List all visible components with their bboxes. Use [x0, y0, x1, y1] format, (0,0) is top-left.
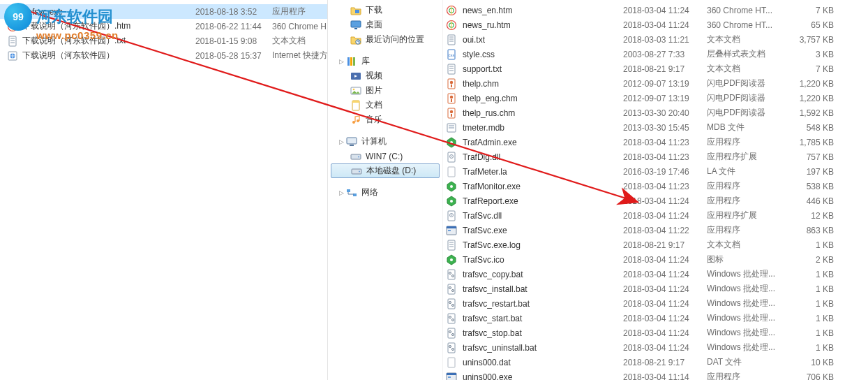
file-row[interactable]: unins000.exe2018-03-04 11:14应用程序706 KB	[443, 370, 868, 380]
file-date: 2018-03-04 11:24	[623, 314, 707, 323]
file-name: trafsvc_restart.bat	[463, 299, 623, 309]
file-row[interactable]: tmeter.mdb2013-03-30 15:45MDB 文件548 KB	[443, 120, 868, 135]
file-type: Windows 批处理...	[707, 283, 791, 295]
file-name: news_ru.htm	[463, 20, 623, 30]
nav-label: 视频	[366, 70, 382, 82]
file-type: 闪电PDF阅读器	[707, 92, 791, 104]
file-name: unins000.exe	[463, 372, 623, 381]
file-row[interactable]: 下载说明（河东软件园）.htm2018-06-22 11:44360 Chrom…	[0, 19, 327, 34]
file-row[interactable]: trafsvc_restart.bat2018-03-04 11:24Windo…	[443, 296, 868, 311]
file-row[interactable]: TrafReport.exe2018-03-04 11:24应用程序446 KB	[443, 193, 868, 208]
file-row[interactable]: thelp_eng.chm2012-09-07 13:19闪电PDF阅读器1,2…	[443, 91, 868, 105]
file-name: trafsvc_start.bat	[463, 314, 623, 323]
file-row[interactable]: news_en.htm2018-03-04 11:24360 Chrome HT…	[443, 3, 868, 17]
file-row[interactable]: oui.txt2018-03-03 11:21文本文档3,757 KB	[443, 32, 868, 47]
file-date: 2018-03-04 11:24	[623, 20, 707, 30]
file-type: Internet 快捷方	[272, 50, 327, 61]
file-size: 1,220 KB	[791, 79, 839, 89]
nav-item[interactable]: 文档	[328, 98, 442, 112]
file-date: 2018-08-21 9:17	[623, 64, 707, 74]
file-name: 下载说明（河东软件园）	[22, 50, 195, 61]
file-date: 2018-03-04 11:14	[623, 372, 707, 381]
nav-item[interactable]: WIN7 (C:)	[328, 149, 442, 163]
file-row[interactable]: support.txt2018-08-21 9:17文本文档7 KB	[443, 61, 868, 76]
file-name: TrafAdmin.exe	[463, 138, 623, 147]
file-icon	[446, 372, 457, 381]
file-row[interactable]: TrafSvc.ico2018-03-04 11:24图标2 KB	[443, 252, 868, 267]
nav-group-header[interactable]: ▷网络	[328, 185, 442, 200]
file-row[interactable]: TrafSvc.dll2018-03-04 11:24应用程序扩展12 KB	[443, 208, 868, 223]
nav-item[interactable]: 视频	[328, 68, 442, 83]
file-size: 538 KB	[791, 182, 839, 191]
file-size: 548 KB	[791, 123, 839, 133]
file-type: 360 Chrome HT...	[707, 6, 791, 15]
nav-item[interactable]: 下载	[328, 3, 442, 17]
file-date: 2018-08-21 9:17	[623, 240, 707, 250]
file-date: 2018-06-22 11:44	[195, 22, 272, 31]
file-size: 2 KB	[791, 255, 839, 265]
nav-label: 最近访问的位置	[366, 34, 424, 45]
file-date: 2018-03-04 11:24	[623, 6, 707, 15]
file-row[interactable]: trafsvc_start.bat2018-03-04 11:24Windows…	[443, 311, 868, 326]
file-size: 65 KB	[791, 20, 839, 30]
file-type: 文本文档	[707, 34, 791, 45]
nav-group-header[interactable]: ▷计算机	[328, 134, 442, 149]
file-name: thelp_eng.chm	[463, 94, 623, 103]
nav-item[interactable]: 音乐	[328, 112, 442, 127]
file-name: news_en.htm	[463, 6, 623, 15]
file-row[interactable]: TrafSvc.exe.log2018-08-21 9:17文本文档1 KB	[443, 238, 868, 252]
file-row[interactable]: trafsvc_copy.bat2018-03-04 11:24Windows …	[443, 267, 868, 282]
file-type: 应用程序	[707, 224, 791, 236]
nav-group-header[interactable]: ▷库	[328, 54, 442, 68]
file-row[interactable]: TrafMeter.la2016-03-19 17:46LA 文件197 KB	[443, 164, 868, 179]
file-size: 10 KB	[791, 358, 839, 367]
file-type: Windows 批处理...	[707, 312, 791, 324]
file-row[interactable]: TrafDlg.dll2018-03-04 11:23应用程序扩展757 KB	[443, 149, 868, 164]
file-size: 1 KB	[791, 299, 839, 309]
file-row[interactable]: trafsvc_uninstall.bat2018-03-04 11:24Win…	[443, 340, 868, 355]
file-row[interactable]: 下载说明（河东软件园）2018-05-28 15:37Internet 快捷方	[0, 48, 327, 63]
file-size: 446 KB	[791, 196, 839, 206]
file-row[interactable]: news_ru.htm2018-03-04 11:24360 Chrome HT…	[443, 17, 868, 32]
file-row[interactable]: TrafSvc.exe2018-03-04 11:22应用程序863 KB	[443, 223, 868, 238]
nav-item[interactable]: 桌面	[328, 17, 442, 32]
file-row[interactable]: thelp.chm2012-09-07 13:19闪电PDF阅读器1,220 K…	[443, 76, 868, 91]
nav-item[interactable]: 最近访问的位置	[328, 32, 442, 47]
file-row[interactable]: thelp_rus.chm2013-03-30 20:40闪电PDF阅读器1,5…	[443, 105, 868, 120]
file-name: tmeter.mdb	[463, 123, 623, 133]
file-type: Windows 批处理...	[707, 298, 791, 309]
nav-label: 音乐	[366, 114, 382, 126]
file-date: 2018-03-04 11:23	[623, 138, 707, 147]
nav-label: 库	[361, 55, 370, 67]
file-row[interactable]: style.css2003-08-27 7:33层叠样式表文档3 KB	[443, 47, 868, 61]
file-name: trafsvc_install.bat	[463, 284, 623, 294]
file-row[interactable]: trafsvc_install.bat2018-03-04 11:24Windo…	[443, 282, 868, 296]
file-row[interactable]: trafsvc.exe2018-08-18 3:52应用程序	[0, 4, 327, 19]
file-row[interactable]: 下载说明（河东软件园）.txt2018-01-15 9:08文本文档	[0, 34, 327, 48]
file-name: support.txt	[463, 64, 623, 74]
file-row[interactable]: TrafAdmin.exe2018-03-04 11:23应用程序1,785 K…	[443, 135, 868, 149]
file-date: 2013-03-30 15:45	[623, 123, 707, 133]
file-type: 图标	[707, 254, 791, 265]
file-name: 下载说明（河东软件园）.htm	[22, 20, 195, 32]
file-size: 863 KB	[791, 226, 839, 235]
file-row[interactable]: unins000.dat2018-08-21 9:17DAT 文件10 KB	[443, 355, 868, 370]
file-name: TrafMeter.la	[463, 167, 623, 177]
file-size: 3,757 KB	[791, 35, 839, 45]
file-row[interactable]: TrafMonitor.exe2018-03-04 11:23应用程序538 K…	[443, 179, 868, 193]
file-name: style.css	[463, 50, 623, 59]
file-size: 1 KB	[791, 240, 839, 250]
file-row[interactable]: trafsvc_stop.bat2018-03-04 11:24Windows …	[443, 326, 868, 340]
file-size: 1 KB	[791, 328, 839, 338]
nav-label: 网络	[361, 187, 378, 198]
file-size: 3 KB	[791, 50, 839, 59]
nav-label: 图片	[366, 85, 382, 96]
file-type: 360 Chrome H	[272, 22, 327, 31]
file-date: 2018-03-04 11:24	[623, 255, 707, 265]
nav-item[interactable]: 图片	[328, 83, 442, 98]
file-date: 2016-03-19 17:46	[623, 167, 707, 177]
file-size: 1,785 KB	[791, 138, 839, 147]
file-date: 2018-03-04 11:24	[623, 284, 707, 294]
file-name: TrafSvc.exe	[463, 226, 623, 235]
file-date: 2018-05-28 15:37	[195, 51, 272, 61]
